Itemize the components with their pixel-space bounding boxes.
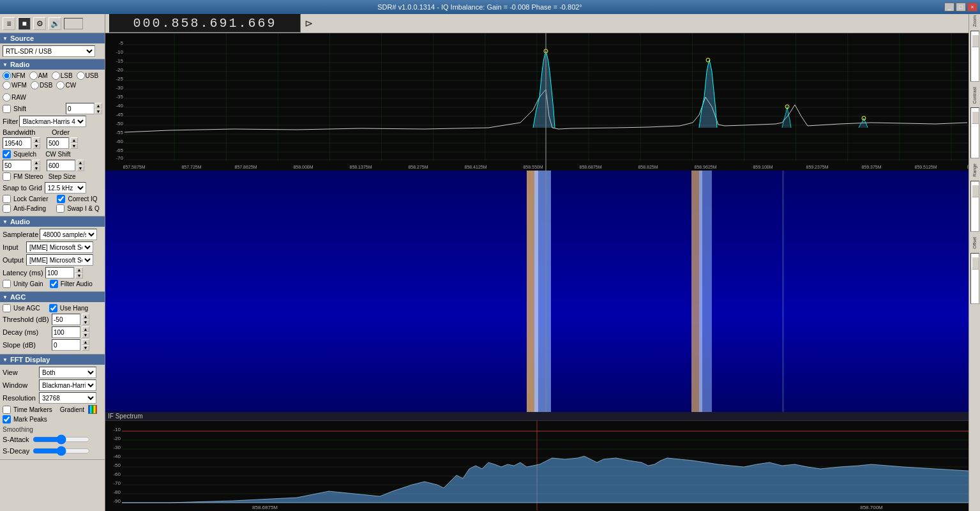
am-radio[interactable]: AM [29,72,48,80]
gradient-preview[interactable] [88,405,97,414]
use-hang-label: Use Hang [60,305,88,312]
fft-svg: -5 -10 -15 -20 -25 -30 -35 -40 -45 -50 -… [105,33,969,171]
output-label: Output [3,256,25,264]
agc-header[interactable]: ▼ AGC [0,292,105,302]
svg-text:-30: -30 [116,85,123,91]
shift-input[interactable] [66,103,94,114]
x-label-6: 858.275M [408,165,428,169]
minimize-button[interactable]: _ [944,3,954,11]
x-label-15: 859.5125M [914,165,937,169]
antifading-checkbox[interactable] [3,204,11,213]
squelch-checkbox[interactable] [3,150,11,158]
order-up-btn[interactable]: ▲ [70,137,78,143]
cwshift-input[interactable] [47,160,75,171]
antifading-row: Anti-Fading Swap I & Q [3,204,102,213]
frequency-display[interactable]: 000.858.691.669 [109,14,301,33]
waterfall-signal-2-orange [691,171,699,412]
time-markers-checkbox[interactable] [3,406,11,414]
range-thumb[interactable] [972,185,979,197]
offset-scrollbar[interactable] [970,253,979,304]
correct-iq-checkbox[interactable] [57,195,65,203]
threshold-input[interactable] [52,314,80,325]
hamburger-menu-button[interactable]: ≡ [3,17,15,30]
threshold-down-btn[interactable]: ▼ [82,319,89,325]
slope-up-btn[interactable]: ▲ [82,339,89,345]
cw-radio[interactable]: CW [56,81,76,89]
zoom-thumb[interactable] [972,34,979,47]
squelch-down-btn[interactable]: ▼ [33,165,40,171]
fft-display-label: FFT Display [10,356,50,363]
shift-label: Shift [13,105,26,112]
decay-down-btn[interactable]: ▼ [82,332,89,338]
contrast-thumb[interactable] [972,111,979,124]
latency-input[interactable] [45,267,74,278]
waterfall-graph[interactable] [105,171,969,412]
lock-carrier-checkbox[interactable] [3,195,11,203]
x-label-7: 858.4125M [464,165,486,169]
cwshift-up-btn[interactable]: ▲ [77,160,84,165]
input-select[interactable]: [MME] Microsoft Soun... [26,241,93,253]
view-select[interactable]: Both [39,367,96,378]
usb-radio[interactable]: USB [77,72,99,80]
range-scrollbar[interactable] [970,181,979,232]
audio-header[interactable]: ▼ Audio [0,217,105,227]
threshold-up-btn[interactable]: ▲ [82,314,89,319]
order-input[interactable] [47,137,69,149]
latency-up-btn[interactable]: ▲ [75,267,83,273]
next-freq-button[interactable]: ⊳ [305,17,313,29]
zoom-scrollbar[interactable] [970,31,979,82]
volume-slider[interactable] [64,18,83,29]
nfm-radio[interactable]: NFM [3,72,26,80]
sattack-slider[interactable] [33,434,90,445]
volume-button[interactable]: 🔊 [49,17,61,30]
fmstereo-checkbox[interactable] [3,172,11,181]
mark-peaks-checkbox[interactable] [3,415,11,423]
decay-up-btn[interactable]: ▲ [82,326,89,332]
time-markers-label: Time Markers [13,406,52,413]
slope-down-btn[interactable]: ▼ [82,345,89,351]
fft-graph[interactable]: -5 -10 -15 -20 -25 -30 -35 -40 -45 -50 -… [105,33,969,171]
resolution-select[interactable]: 32768 [39,392,96,404]
svg-text:-45: -45 [116,112,123,118]
device-select[interactable]: RTL-SDR / USB [3,45,95,57]
lsb-radio[interactable]: LSB [52,72,73,80]
radio-header[interactable]: ▼ Radio [0,59,105,70]
cwshift-down-btn[interactable]: ▼ [77,165,84,171]
bw-up-btn[interactable]: ▲ [33,137,40,143]
close-button[interactable]: × [967,3,977,11]
bw-down-btn[interactable]: ▼ [33,143,40,149]
filter-select[interactable]: Blackman-Harris 4 [19,116,86,127]
contrast-scrollbar[interactable] [970,107,979,158]
fft-display-header[interactable]: ▼ FFT Display [0,355,105,365]
wfm-radio[interactable]: WFM [3,81,27,89]
squelch-up-btn[interactable]: ▲ [33,160,40,165]
if-y-1: -10 [113,427,121,432]
filter-audio-checkbox[interactable] [50,280,58,288]
output-select[interactable]: [MME] Microsoft Soun... [26,254,93,266]
decay-input[interactable] [52,326,80,338]
shift-checkbox[interactable] [3,105,11,113]
use-agc-checkbox[interactable] [3,304,11,312]
shift-down-btn[interactable]: ▼ [94,109,102,114]
waterfall-signal-3 [782,171,784,412]
configure-button[interactable]: ⚙ [33,17,46,30]
use-hang-checkbox[interactable] [49,304,57,312]
raw-radio[interactable]: RAW [3,93,26,102]
maximize-button[interactable]: □ [956,3,966,11]
dsb-radio[interactable]: DSB [31,81,53,89]
samplerate-select[interactable]: 48000 sample/sec [40,229,97,240]
latency-down-btn[interactable]: ▼ [75,273,83,278]
stop-button[interactable]: ■ [18,17,31,30]
window-select[interactable]: Blackman-Harris 4 [39,379,96,391]
offset-thumb[interactable] [972,257,979,270]
source-header[interactable]: ▼ Source [0,33,105,43]
sdecay-slider[interactable] [33,446,90,456]
swapiq-checkbox[interactable] [56,204,64,213]
squelch-input[interactable] [3,160,31,171]
bandwidth-input[interactable] [3,137,31,149]
order-down-btn[interactable]: ▼ [70,143,78,149]
snap-select[interactable]: 12.5 kHz [45,182,86,194]
unity-gain-checkbox[interactable] [3,280,11,288]
slope-input[interactable] [52,339,80,351]
shift-up-btn[interactable]: ▲ [94,103,102,109]
